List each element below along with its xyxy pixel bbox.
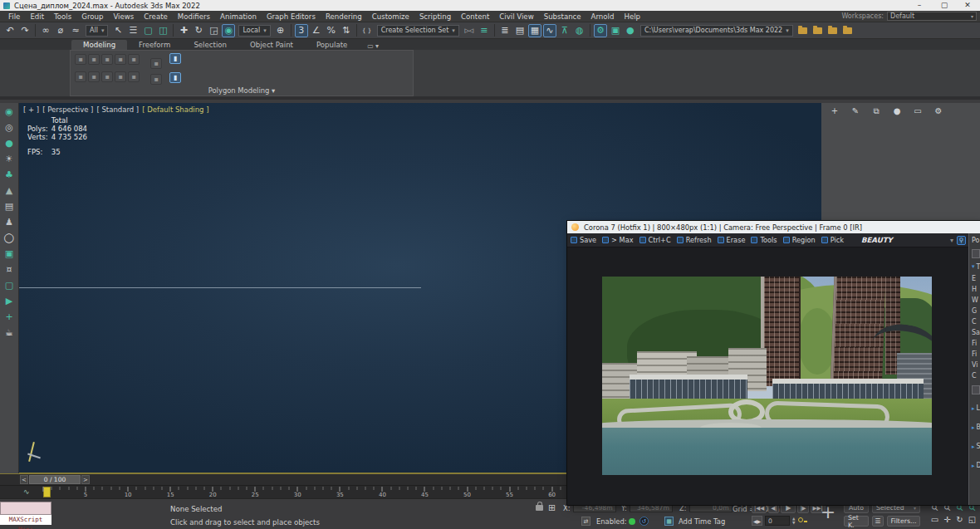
toggle-layer-explorer-icon[interactable]: ▤ [513,24,527,37]
render-setup-icon[interactable]: ⚙ [594,24,607,37]
light-icon[interactable]: ● [2,137,17,149]
grid-plus-icon[interactable]: + [2,311,17,322]
book-icon[interactable]: ▤ [2,200,17,212]
play-box-icon[interactable]: ▶ [2,295,17,306]
menu-item-views[interactable]: Views [108,11,139,22]
menu-item-customize[interactable]: Customize [367,11,414,22]
render-production-icon[interactable]: ● [624,24,637,37]
toggle-ribbon-icon[interactable]: ▦ [528,24,541,37]
minimize-button[interactable]: – [909,0,930,11]
corona-tools-button[interactable]: Tools [751,236,777,244]
project-folder-1-icon[interactable] [796,24,810,37]
ribbon-tab-selection[interactable]: Selection [182,40,238,50]
viewport-menu-view[interactable]: [ Perspective ] [42,105,93,114]
poly-option-icon-2[interactable]: ▪ [150,74,162,85]
menu-item-create[interactable]: Create [139,11,173,22]
schematic-view-icon[interactable]: ⊼ [558,24,571,37]
post-input-box-2[interactable] [972,385,980,394]
ribbon-tab-object-paint[interactable]: Object Paint [238,40,305,50]
project-folder-path-dropdown[interactable]: C:\Users\verap\Documents\3ds Max 2022▾ [640,25,793,37]
post-tab-label[interactable]: Po [972,237,980,247]
dependency-icon[interactable]: ⇄ [581,517,590,526]
corona-region-button[interactable]: Region [783,236,816,244]
element-mode-icon[interactable]: ▪ [128,54,140,65]
curve-editor-icon[interactable]: ∿ [543,24,556,37]
select-and-rotate-icon[interactable]: ↻ [192,24,205,37]
viewport-menu-plus[interactable]: [ + ] [23,105,39,114]
vertex-mode-icon[interactable]: ▪ [75,54,86,65]
poly-tool-icon-5[interactable]: ▪ [128,71,140,82]
modify-mode-icon[interactable]: ▮ [169,72,181,83]
poly-tool-icon-3[interactable]: ▪ [101,71,113,82]
post-section-3[interactable]: ▸S [972,441,980,452]
menu-item-content[interactable]: Content [456,11,494,22]
post-section-1[interactable]: ▸L [972,403,980,414]
select-by-name-icon[interactable]: ☰ [126,24,140,37]
corona-render-pass-dropdown[interactable]: BEAUTY [861,236,893,244]
rendered-frame-window-icon[interactable]: ▣ [609,24,622,37]
ribbon-tab-populate[interactable]: Populate [305,40,359,50]
spinner-snap-toggle-icon[interactable]: ⇅ [340,24,353,37]
close-button[interactable]: ✕ [957,0,978,11]
percent-snap-toggle-icon[interactable]: % [325,24,338,37]
post-row-6[interactable]: Sa [972,329,980,340]
angle-snap-toggle-icon[interactable]: ∠ [310,24,323,37]
menu-item-substance[interactable]: Substance [539,11,586,22]
post-input-box[interactable] [972,249,980,258]
post-row-8[interactable]: Fi [972,350,980,361]
command-panel-tab-display[interactable]: ▭ [911,105,924,116]
figure-icon[interactable]: ♟ [2,216,17,228]
corona-titlebar[interactable]: Corona 7 (Hotfix 1) | 800×480px (1:1) | … [567,221,980,233]
material-editor-icon[interactable]: ◍ [573,24,586,37]
select-and-move-icon[interactable]: ✚ [177,24,190,37]
tree-icon[interactable]: ▲ [2,184,17,196]
absolute-mode-icon[interactable]: ⊞ [548,502,556,513]
corona-refresh-button[interactable]: Refresh [677,236,712,244]
unlink-selection-icon[interactable]: ⌀ [54,24,67,37]
redo-icon[interactable]: ↷ [18,24,32,37]
select-and-scale-icon[interactable]: ◲ [207,24,220,37]
time-configuration-icon[interactable] [797,516,807,526]
time-slider[interactable]: 0 / 100 [29,475,81,484]
menu-item-help[interactable]: Help [619,11,645,22]
poly-option-icon-1[interactable]: ▪ [150,58,162,69]
selection-filter-dropdown[interactable]: All▾ [86,25,108,37]
filters-button[interactable]: Filters... [887,516,920,527]
corona-send-to-max-button[interactable]: > Max [602,236,633,244]
next-frame-arrow[interactable]: > [81,475,90,484]
command-panel-tab-utilities[interactable]: ⚙ [932,105,945,116]
menu-item-arnold[interactable]: Arnold [586,11,620,22]
menu-item-edit[interactable]: Edit [25,11,49,22]
post-row-3[interactable]: W [972,296,980,307]
corona-copy-button[interactable]: Ctrl+C [639,236,671,244]
sun-icon[interactable]: ☀ [2,153,17,164]
maximize-button[interactable]: ▢ [933,0,955,11]
corona-zoom-icon[interactable]: ⚲ [957,236,966,245]
project-folder-3-icon[interactable] [826,24,840,37]
menu-item-file[interactable]: File [3,11,25,22]
command-panel-tab-motion[interactable]: ● [890,105,904,116]
menu-item-civil-view[interactable]: Civil View [494,11,538,22]
maxscript-mini-listener[interactable]: MAXScript Mini [0,502,51,526]
named-selection-set-dropdown[interactable]: Create Selection Set▾ [377,25,459,37]
corona-erase-button[interactable]: Erase [718,236,746,244]
border-mode-icon[interactable]: ▪ [101,54,113,65]
post-row-5[interactable]: C [972,318,980,329]
poly-tool-icon-1[interactable]: ▪ [75,71,86,82]
key-mode-toggle[interactable]: ◀▶ [752,516,762,526]
bind-to-space-warp-icon[interactable]: ≈ [69,24,82,37]
post-row-2[interactable]: H [972,286,980,296]
toggle-scene-explorer-icon[interactable]: ≣ [498,24,512,37]
menu-item-scripting[interactable]: Scripting [414,11,456,22]
frame-spinner[interactable]: ▲▼ [792,517,795,525]
corona-pick-button[interactable]: Pick [821,236,844,244]
command-panel-tab-modify[interactable]: ✎ [849,105,862,116]
selection-lock-icon[interactable] [536,505,543,511]
edit-named-selection-sets-icon[interactable]: { } [360,24,374,37]
polygon-mode-icon[interactable]: ▪ [115,54,126,65]
menu-item-rendering[interactable]: Rendering [321,11,367,22]
workspaces-dropdown[interactable]: Default ▾ [887,12,977,21]
teapot-icon[interactable]: ☕ [2,326,17,338]
post-row-10[interactable]: C [972,372,980,383]
orbit-icon[interactable]: ↻ [953,513,966,525]
